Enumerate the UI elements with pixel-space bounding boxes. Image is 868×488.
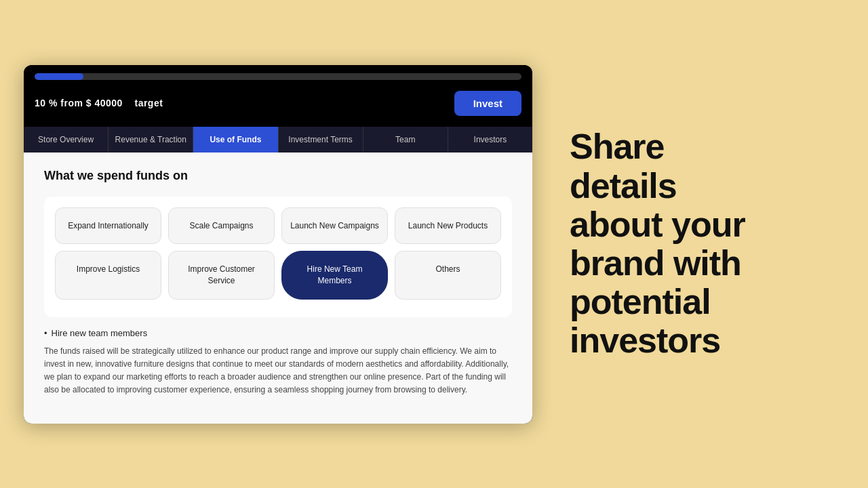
tagline-line3: about your bbox=[570, 205, 745, 244]
tab-revenue-traction[interactable]: Revenue & Traction bbox=[108, 127, 193, 152]
fund-card-scale-campaigns[interactable]: Scale Campaigns bbox=[168, 207, 275, 245]
bullet-point: • Hire new team members bbox=[44, 328, 512, 338]
app-window: 10 % from $ 40000 target Invest Store Ov… bbox=[24, 65, 532, 424]
header: 10 % from $ 40000 target Invest bbox=[24, 85, 532, 127]
fund-card-launch-new-products[interactable]: Launch New Products bbox=[395, 207, 501, 245]
tagline-line4: brand with bbox=[570, 243, 741, 283]
cards-grid: Expand Internationally Scale Campaigns L… bbox=[44, 197, 512, 317]
left-panel: 10 % from $ 40000 target Invest Store Ov… bbox=[0, 0, 556, 488]
tagline: Share details about your brand with pote… bbox=[570, 127, 745, 360]
progress-bar-track bbox=[35, 73, 521, 80]
fund-card-improve-logistics[interactable]: Improve Logistics bbox=[55, 251, 161, 300]
target-label: target bbox=[134, 98, 163, 108]
nav-tabs: Store Overview Revenue & Traction Use of… bbox=[24, 127, 532, 152]
tab-investors[interactable]: Investors bbox=[448, 127, 532, 152]
right-panel: Share details about your brand with pote… bbox=[556, 100, 868, 387]
content-area: What we spend funds on Expand Internatio… bbox=[24, 152, 532, 424]
fund-card-hire-new-team-members[interactable]: Hire New Team Members bbox=[281, 251, 388, 300]
cards-row-2: Improve Logistics Improve Customer Servi… bbox=[55, 251, 501, 300]
bullet-dot: • bbox=[44, 328, 47, 338]
progress-bar-fill bbox=[35, 73, 83, 80]
description-text: The funds raised will be strategically u… bbox=[44, 345, 512, 397]
tab-store-overview[interactable]: Store Overview bbox=[24, 127, 108, 152]
cards-row-1: Expand Internationally Scale Campaigns L… bbox=[55, 207, 501, 245]
tagline-line6: investors bbox=[570, 321, 720, 360]
tab-team[interactable]: Team bbox=[363, 127, 448, 152]
section-title: What we spend funds on bbox=[44, 169, 512, 183]
fund-card-launch-new-campaigns[interactable]: Launch New Campaigns bbox=[281, 207, 388, 245]
fund-card-improve-customer-service[interactable]: Improve Customer Service bbox=[168, 251, 275, 300]
funding-info: 10 % from $ 40000 target bbox=[35, 98, 163, 108]
tab-use-of-funds[interactable]: Use of Funds bbox=[193, 127, 278, 152]
progress-bar-section bbox=[24, 65, 532, 85]
bullet-text: Hire new team members bbox=[52, 328, 148, 338]
tagline-line5: potential bbox=[570, 282, 711, 321]
invest-button[interactable]: Invest bbox=[454, 91, 521, 116]
fund-card-others[interactable]: Others bbox=[395, 251, 501, 300]
tagline-line2: details bbox=[570, 166, 677, 205]
progress-text: 10 % from $ 40000 bbox=[35, 98, 123, 108]
fund-card-expand-internationally[interactable]: Expand Internationally bbox=[55, 207, 161, 245]
tab-investment-terms[interactable]: Investment Terms bbox=[279, 127, 363, 152]
tagline-line1: Share bbox=[570, 127, 665, 166]
